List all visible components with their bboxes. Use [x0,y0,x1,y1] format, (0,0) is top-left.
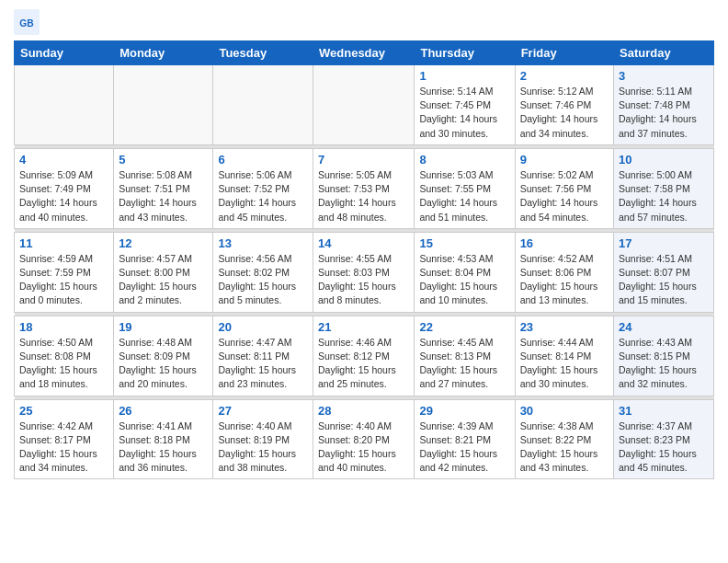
calendar-cell [114,65,213,145]
day-number: 13 [218,236,308,250]
day-number: 1 [419,69,509,83]
week-row-1: 1Sunrise: 5:14 AMSunset: 7:45 PMDaylight… [15,65,714,145]
day-detail: Sunrise: 4:38 AMSunset: 8:22 PMDaylight:… [520,419,609,476]
day-number: 30 [520,404,609,418]
calendar-cell: 29Sunrise: 4:39 AMSunset: 8:21 PMDayligh… [415,399,515,479]
header-friday: Friday [515,41,613,65]
day-detail: Sunrise: 4:41 AMSunset: 8:18 PMDaylight:… [119,419,208,476]
calendar-cell: 7Sunrise: 5:05 AMSunset: 7:53 PMDaylight… [313,148,415,228]
day-detail: Sunrise: 4:47 AMSunset: 8:11 PMDaylight:… [218,336,308,392]
day-detail: Sunrise: 5:03 AMSunset: 7:55 PMDaylight:… [419,168,509,224]
day-number: 15 [419,236,509,250]
day-number: 11 [19,236,108,250]
calendar-cell: 28Sunrise: 4:40 AMSunset: 8:20 PMDayligh… [313,399,415,479]
calendar-cell: 12Sunrise: 4:57 AMSunset: 8:00 PMDayligh… [114,232,213,312]
day-number: 29 [419,404,509,418]
calendar-cell: 26Sunrise: 4:41 AMSunset: 8:18 PMDayligh… [114,399,213,479]
day-number: 7 [318,153,409,167]
week-row-3: 11Sunrise: 4:59 AMSunset: 7:59 PMDayligh… [15,232,714,312]
day-detail: Sunrise: 4:46 AMSunset: 8:12 PMDaylight:… [318,336,409,392]
calendar-header-row: SundayMondayTuesdayWednesdayThursdayFrid… [15,41,714,65]
day-number: 18 [19,320,108,334]
calendar-cell: 30Sunrise: 4:38 AMSunset: 8:22 PMDayligh… [515,399,613,479]
day-number: 5 [119,153,208,167]
day-detail: Sunrise: 4:42 AMSunset: 8:17 PMDaylight:… [19,419,108,476]
week-row-5: 25Sunrise: 4:42 AMSunset: 8:17 PMDayligh… [15,399,714,479]
day-detail: Sunrise: 5:11 AMSunset: 7:48 PMDaylight:… [619,85,709,141]
calendar-cell: 3Sunrise: 5:11 AMSunset: 7:48 PMDaylight… [614,65,714,145]
day-number: 27 [218,404,308,418]
day-detail: Sunrise: 5:14 AMSunset: 7:45 PMDaylight:… [419,85,509,141]
day-number: 3 [619,69,709,83]
day-detail: Sunrise: 4:45 AMSunset: 8:13 PMDaylight:… [419,336,509,392]
calendar-cell: 5Sunrise: 5:08 AMSunset: 7:51 PMDaylight… [114,148,213,228]
day-number: 6 [218,153,308,167]
day-detail: Sunrise: 5:05 AMSunset: 7:53 PMDaylight:… [318,168,409,224]
day-detail: Sunrise: 4:55 AMSunset: 8:03 PMDaylight:… [318,252,409,308]
calendar-cell: 25Sunrise: 4:42 AMSunset: 8:17 PMDayligh… [15,399,114,479]
calendar-cell: 1Sunrise: 5:14 AMSunset: 7:45 PMDaylight… [415,65,515,145]
header-thursday: Thursday [415,41,515,65]
calendar-cell: 15Sunrise: 4:53 AMSunset: 8:04 PMDayligh… [415,232,515,312]
day-number: 9 [520,153,609,167]
calendar-cell: 31Sunrise: 4:37 AMSunset: 8:23 PMDayligh… [614,399,714,479]
header-monday: Monday [114,41,213,65]
calendar-cell: 21Sunrise: 4:46 AMSunset: 8:12 PMDayligh… [313,316,415,396]
day-detail: Sunrise: 4:53 AMSunset: 8:04 PMDaylight:… [419,252,509,308]
day-detail: Sunrise: 4:48 AMSunset: 8:09 PMDaylight:… [119,336,208,392]
header: GB [14,9,714,35]
calendar-cell: 6Sunrise: 5:06 AMSunset: 7:52 PMDaylight… [213,148,313,228]
calendar-cell [15,65,114,145]
calendar-cell: 23Sunrise: 4:44 AMSunset: 8:14 PMDayligh… [515,316,613,396]
day-detail: Sunrise: 4:44 AMSunset: 8:14 PMDaylight:… [520,336,609,392]
day-number: 22 [419,320,509,334]
calendar-cell: 10Sunrise: 5:00 AMSunset: 7:58 PMDayligh… [614,148,714,228]
calendar-cell: 19Sunrise: 4:48 AMSunset: 8:09 PMDayligh… [114,316,213,396]
week-row-4: 18Sunrise: 4:50 AMSunset: 8:08 PMDayligh… [15,316,714,396]
calendar-cell [313,65,415,145]
header-tuesday: Tuesday [213,41,313,65]
day-number: 8 [419,153,509,167]
day-number: 24 [619,320,709,334]
day-detail: Sunrise: 5:06 AMSunset: 7:52 PMDaylight:… [218,168,308,224]
header-sunday: Sunday [15,41,114,65]
day-detail: Sunrise: 4:39 AMSunset: 8:21 PMDaylight:… [419,419,509,476]
day-number: 10 [619,153,709,167]
day-number: 2 [520,69,609,83]
day-detail: Sunrise: 5:00 AMSunset: 7:58 PMDaylight:… [619,168,709,224]
calendar-cell: 18Sunrise: 4:50 AMSunset: 8:08 PMDayligh… [15,316,114,396]
day-detail: Sunrise: 4:40 AMSunset: 8:19 PMDaylight:… [218,419,308,476]
svg-text:GB: GB [19,18,33,29]
calendar: SundayMondayTuesdayWednesdayThursdayFrid… [14,40,714,479]
calendar-cell: 14Sunrise: 4:55 AMSunset: 8:03 PMDayligh… [313,232,415,312]
header-wednesday: Wednesday [313,41,415,65]
day-detail: Sunrise: 4:43 AMSunset: 8:15 PMDaylight:… [619,336,709,392]
calendar-cell: 17Sunrise: 4:51 AMSunset: 8:07 PMDayligh… [614,232,714,312]
calendar-cell: 24Sunrise: 4:43 AMSunset: 8:15 PMDayligh… [614,316,714,396]
calendar-cell: 2Sunrise: 5:12 AMSunset: 7:46 PMDaylight… [515,65,613,145]
day-number: 19 [119,320,208,334]
day-number: 16 [520,236,609,250]
calendar-cell: 20Sunrise: 4:47 AMSunset: 8:11 PMDayligh… [213,316,313,396]
day-number: 4 [19,153,108,167]
day-detail: Sunrise: 4:50 AMSunset: 8:08 PMDaylight:… [19,336,108,392]
day-detail: Sunrise: 5:09 AMSunset: 7:49 PMDaylight:… [19,168,108,224]
day-detail: Sunrise: 4:57 AMSunset: 8:00 PMDaylight:… [119,252,208,308]
day-number: 17 [619,236,709,250]
day-number: 28 [318,404,409,418]
calendar-cell: 9Sunrise: 5:02 AMSunset: 7:56 PMDaylight… [515,148,613,228]
day-number: 31 [619,404,709,418]
logo: GB [14,9,43,35]
day-detail: Sunrise: 4:51 AMSunset: 8:07 PMDaylight:… [619,252,709,308]
calendar-cell: 13Sunrise: 4:56 AMSunset: 8:02 PMDayligh… [213,232,313,312]
day-detail: Sunrise: 4:40 AMSunset: 8:20 PMDaylight:… [318,419,409,476]
day-detail: Sunrise: 5:02 AMSunset: 7:56 PMDaylight:… [520,168,609,224]
day-number: 12 [119,236,208,250]
header-saturday: Saturday [614,41,714,65]
day-number: 26 [119,404,208,418]
day-detail: Sunrise: 5:08 AMSunset: 7:51 PMDaylight:… [119,168,208,224]
calendar-cell: 27Sunrise: 4:40 AMSunset: 8:19 PMDayligh… [213,399,313,479]
logo-icon: GB [14,9,40,35]
day-detail: Sunrise: 4:59 AMSunset: 7:59 PMDaylight:… [19,252,108,308]
day-detail: Sunrise: 4:52 AMSunset: 8:06 PMDaylight:… [520,252,609,308]
